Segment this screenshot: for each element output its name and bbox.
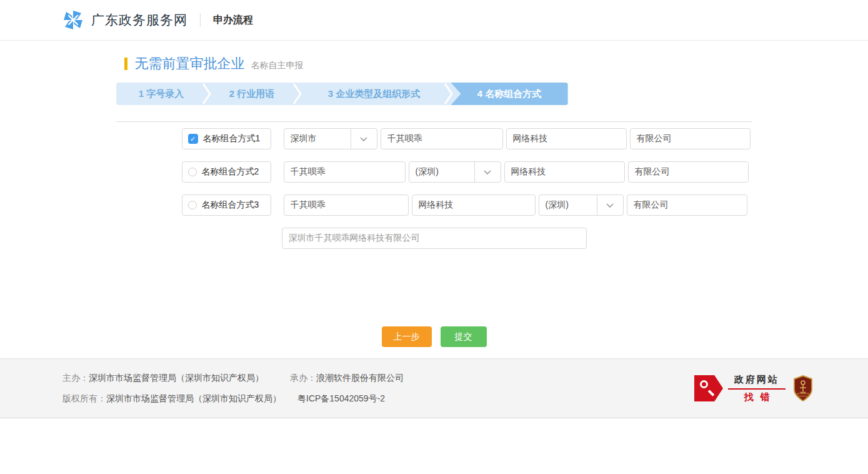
option-1-label: 名称组合方式1 xyxy=(203,133,261,144)
footer-undertaker-value: 浪潮软件股份有限公司 xyxy=(316,373,404,383)
main-content: 无需前置审批企业 名称自主申报 1 字号录入 2 行业用语 3 企业类型及组织形… xyxy=(116,41,752,347)
badge-find-error-text: 找错 xyxy=(728,390,786,403)
step-progress-bar: 1 字号录入 2 行业用语 3 企业类型及组织形式 4 名称组合方式 xyxy=(116,83,568,105)
industry-input[interactable] xyxy=(412,194,536,216)
nav-item-process[interactable]: 申办流程 xyxy=(213,14,253,27)
chevron-down-icon[interactable] xyxy=(474,162,501,182)
region-select[interactable]: (深圳) xyxy=(409,161,501,183)
page-subtitle: 名称自主申报 xyxy=(251,60,304,71)
title-accent-bar xyxy=(124,58,127,70)
name-combination-form: ✓ 名称组合方式1 深圳市 名称组合方式2 xyxy=(116,122,752,347)
footer-badges: 政府网站 找错 xyxy=(694,374,813,403)
chevron-down-icon[interactable] xyxy=(597,195,623,215)
trade-name-input[interactable] xyxy=(284,194,409,216)
submit-button[interactable]: 提交 xyxy=(441,326,487,347)
footer-host-label: 主办： xyxy=(62,373,89,383)
industry-input[interactable] xyxy=(506,128,627,149)
trade-name-input[interactable] xyxy=(284,161,406,183)
page-title-row: 无需前置审批企业 名称自主申报 xyxy=(116,54,752,73)
step-tab-3[interactable]: 3 企业类型及组织形式 xyxy=(297,83,451,105)
option-2-label: 名称组合方式2 xyxy=(202,166,259,178)
option-3-label: 名称组合方式3 xyxy=(202,199,259,211)
footer-host-value: 深圳市市场监督管理局（深圳市知识产权局） xyxy=(89,373,264,383)
option-2-selector[interactable]: 名称组合方式2 xyxy=(182,161,271,183)
name-option-row-3: 名称组合方式3 (深圳) xyxy=(116,194,752,216)
previous-step-button[interactable]: 上一步 xyxy=(382,326,432,347)
footer-line-2: 版权所有：深圳市市场监督管理局（深圳市知识产权局）粤ICP备15042059号-… xyxy=(62,393,404,405)
org-form-input[interactable] xyxy=(627,194,747,216)
industry-input[interactable] xyxy=(504,161,625,183)
option-1-selector[interactable]: ✓ 名称组合方式1 xyxy=(182,128,271,149)
region-select-value: 深圳市 xyxy=(284,129,351,149)
org-form-input[interactable] xyxy=(628,161,749,183)
checkbox-checked-icon[interactable]: ✓ xyxy=(188,134,198,144)
step-tab-1[interactable]: 1 字号录入 xyxy=(116,83,207,105)
region-select[interactable]: 深圳市 xyxy=(284,128,377,149)
header-divider xyxy=(200,13,201,27)
badge-gov-site-text: 政府网站 xyxy=(728,374,786,390)
radio-unchecked-icon[interactable] xyxy=(188,201,197,209)
step-chevron-icon xyxy=(444,83,454,105)
radio-unchecked-icon[interactable] xyxy=(188,168,197,176)
trade-name-input[interactable] xyxy=(381,128,503,149)
footer-undertaker-label: 承办： xyxy=(290,373,316,383)
footer-icp-number: 粤ICP备15042059号-2 xyxy=(297,393,385,403)
step-chevron-icon xyxy=(202,83,212,105)
header: 广东政务服务网 申办流程 xyxy=(0,0,868,41)
footer-copyright-label: 版权所有： xyxy=(62,393,106,403)
region-select-value: (深圳) xyxy=(539,195,597,215)
step-tab-4-active[interactable]: 4 名称组合方式 xyxy=(451,83,568,105)
name-option-row-2: 名称组合方式2 (深圳) xyxy=(116,161,752,183)
cyber-police-badge-icon[interactable] xyxy=(793,375,813,401)
org-form-input[interactable] xyxy=(630,128,751,149)
page-title: 无需前置审批企业 xyxy=(135,54,245,73)
name-option-row-1: ✓ 名称组合方式1 深圳市 xyxy=(116,128,752,149)
chevron-down-icon[interactable] xyxy=(351,129,377,149)
step-chevron-icon xyxy=(292,83,302,105)
action-buttons: 上一步 提交 xyxy=(116,326,752,347)
brand-pinwheel-logo-icon[interactable] xyxy=(62,9,84,31)
combined-name-row xyxy=(116,228,752,249)
combined-name-input[interactable] xyxy=(282,228,587,249)
region-select[interactable]: (深圳) xyxy=(539,194,624,216)
brand-title: 广东政务服务网 xyxy=(91,11,187,29)
region-select-value: (深圳) xyxy=(409,162,474,182)
option-3-selector[interactable]: 名称组合方式3 xyxy=(182,194,271,216)
footer-copyright-value: 深圳市市场监督管理局（深圳市知识产权局） xyxy=(106,393,281,403)
footer: 主办：深圳市市场监督管理局（深圳市知识产权局）承办：浪潮软件股份有限公司 版权所… xyxy=(0,358,868,418)
magnifier-flag-icon xyxy=(694,375,723,401)
gov-site-error-report-badge[interactable]: 政府网站 找错 xyxy=(694,374,786,403)
step-tab-2[interactable]: 2 行业用语 xyxy=(207,83,297,105)
footer-line-1: 主办：深圳市市场监督管理局（深圳市知识产权局）承办：浪潮软件股份有限公司 xyxy=(62,373,404,384)
